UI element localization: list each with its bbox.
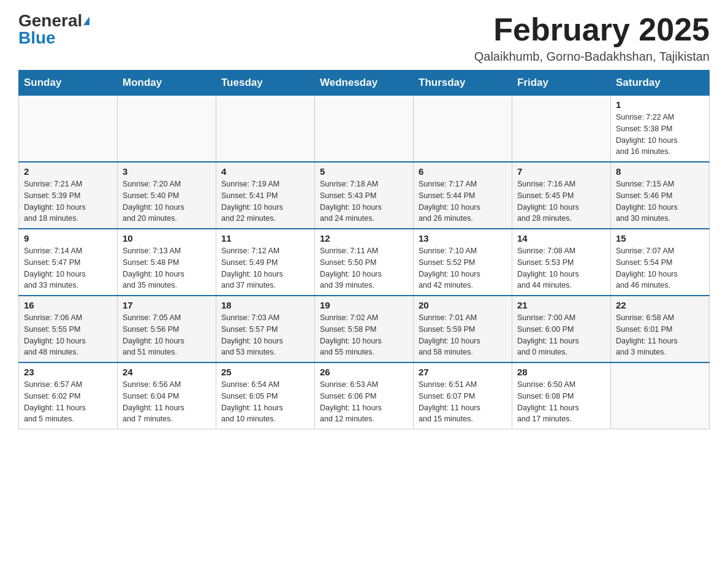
calendar-table: SundayMondayTuesdayWednesdayThursdayFrid… [18,70,710,429]
calendar-cell: 11Sunrise: 7:12 AM Sunset: 5:49 PM Dayli… [216,229,315,296]
calendar-cell: 23Sunrise: 6:57 AM Sunset: 6:02 PM Dayli… [19,362,118,429]
day-number: 7 [517,166,605,177]
calendar-cell: 15Sunrise: 7:07 AM Sunset: 5:54 PM Dayli… [611,229,710,296]
day-info: Sunrise: 7:07 AM Sunset: 5:54 PM Dayligh… [616,245,704,291]
logo-blue-text: Blue [18,28,56,47]
calendar-cell [118,96,216,163]
day-info: Sunrise: 7:22 AM Sunset: 5:38 PM Dayligh… [616,112,704,158]
day-number: 12 [320,233,408,243]
calendar-week-row: 1Sunrise: 7:22 AM Sunset: 5:38 PM Daylig… [19,96,710,163]
day-number: 17 [123,300,211,310]
day-number: 22 [616,300,704,310]
day-info: Sunrise: 7:20 AM Sunset: 5:40 PM Dayligh… [123,178,211,224]
calendar-cell: 1Sunrise: 7:22 AM Sunset: 5:38 PM Daylig… [611,96,710,163]
calendar-cell [512,96,611,163]
day-number: 21 [517,300,605,310]
day-info: Sunrise: 7:21 AM Sunset: 5:39 PM Dayligh… [24,178,112,224]
calendar-cell [19,96,118,163]
calendar-cell [315,96,414,163]
calendar-cell: 27Sunrise: 6:51 AM Sunset: 6:07 PM Dayli… [414,362,512,429]
calendar-cell: 25Sunrise: 6:54 AM Sunset: 6:05 PM Dayli… [216,362,315,429]
calendar-cell [414,96,512,163]
day-info: Sunrise: 7:14 AM Sunset: 5:47 PM Dayligh… [24,245,112,291]
day-info: Sunrise: 6:58 AM Sunset: 6:01 PM Dayligh… [616,312,704,358]
calendar-week-row: 9Sunrise: 7:14 AM Sunset: 5:47 PM Daylig… [19,229,710,296]
calendar-cell: 10Sunrise: 7:13 AM Sunset: 5:48 PM Dayli… [118,229,216,296]
calendar-cell: 22Sunrise: 6:58 AM Sunset: 6:01 PM Dayli… [611,296,710,362]
header-friday: Friday [512,71,611,96]
header-tuesday: Tuesday [216,71,315,96]
day-info: Sunrise: 7:10 AM Sunset: 5:52 PM Dayligh… [419,245,507,291]
calendar-cell: 24Sunrise: 6:56 AM Sunset: 6:04 PM Dayli… [118,362,216,429]
calendar-week-row: 2Sunrise: 7:21 AM Sunset: 5:39 PM Daylig… [19,162,710,229]
day-number: 25 [221,367,309,377]
day-number: 15 [616,233,704,243]
day-number: 13 [419,233,507,243]
header-sunday: Sunday [19,71,118,96]
day-number: 24 [123,367,211,377]
calendar-cell: 12Sunrise: 7:11 AM Sunset: 5:50 PM Dayli… [315,229,414,296]
calendar-cell: 2Sunrise: 7:21 AM Sunset: 5:39 PM Daylig… [19,162,118,229]
calendar-cell: 5Sunrise: 7:18 AM Sunset: 5:43 PM Daylig… [315,162,414,229]
calendar-cell: 17Sunrise: 7:05 AM Sunset: 5:56 PM Dayli… [118,296,216,362]
day-info: Sunrise: 6:53 AM Sunset: 6:06 PM Dayligh… [320,379,408,425]
day-number: 9 [24,233,112,243]
day-info: Sunrise: 7:16 AM Sunset: 5:45 PM Dayligh… [517,178,605,224]
day-info: Sunrise: 6:51 AM Sunset: 6:07 PM Dayligh… [419,379,507,425]
day-info: Sunrise: 7:12 AM Sunset: 5:49 PM Dayligh… [221,245,309,291]
day-info: Sunrise: 7:05 AM Sunset: 5:56 PM Dayligh… [123,312,211,358]
logo-general-text: General [18,12,82,29]
day-number: 23 [24,367,112,377]
day-number: 27 [419,367,507,377]
day-info: Sunrise: 7:06 AM Sunset: 5:55 PM Dayligh… [24,312,112,358]
title-area: February 2025 Qalaikhumb, Gorno-Badakhsh… [474,12,710,64]
page-header: General Blue February 2025 Qalaikhumb, G… [18,12,710,64]
day-info: Sunrise: 7:03 AM Sunset: 5:57 PM Dayligh… [221,312,309,358]
calendar-cell: 9Sunrise: 7:14 AM Sunset: 5:47 PM Daylig… [19,229,118,296]
day-number: 10 [123,233,211,243]
day-info: Sunrise: 7:13 AM Sunset: 5:48 PM Dayligh… [123,245,211,291]
calendar-header-row: SundayMondayTuesdayWednesdayThursdayFrid… [19,71,710,96]
header-saturday: Saturday [611,71,710,96]
calendar-cell: 20Sunrise: 7:01 AM Sunset: 5:59 PM Dayli… [414,296,512,362]
day-info: Sunrise: 7:19 AM Sunset: 5:41 PM Dayligh… [221,178,309,224]
header-thursday: Thursday [414,71,512,96]
month-title: February 2025 [474,12,710,47]
day-info: Sunrise: 7:08 AM Sunset: 5:53 PM Dayligh… [517,245,605,291]
day-number: 20 [419,300,507,310]
day-info: Sunrise: 6:57 AM Sunset: 6:02 PM Dayligh… [24,379,112,425]
day-info: Sunrise: 7:15 AM Sunset: 5:46 PM Dayligh… [616,178,704,224]
calendar-cell: 16Sunrise: 7:06 AM Sunset: 5:55 PM Dayli… [19,296,118,362]
day-number: 18 [221,300,309,310]
day-number: 3 [123,166,211,177]
calendar-week-row: 16Sunrise: 7:06 AM Sunset: 5:55 PM Dayli… [19,296,710,362]
day-number: 8 [616,166,704,177]
day-number: 1 [616,99,704,110]
calendar-cell: 18Sunrise: 7:03 AM Sunset: 5:57 PM Dayli… [216,296,315,362]
day-info: Sunrise: 7:18 AM Sunset: 5:43 PM Dayligh… [320,178,408,224]
day-info: Sunrise: 6:50 AM Sunset: 6:08 PM Dayligh… [517,379,605,425]
day-info: Sunrise: 6:54 AM Sunset: 6:05 PM Dayligh… [221,379,309,425]
location-title: Qalaikhumb, Gorno-Badakhshan, Tajikistan [474,50,710,64]
calendar-cell: 28Sunrise: 6:50 AM Sunset: 6:08 PM Dayli… [512,362,611,429]
day-info: Sunrise: 6:56 AM Sunset: 6:04 PM Dayligh… [123,379,211,425]
calendar-cell: 19Sunrise: 7:02 AM Sunset: 5:58 PM Dayli… [315,296,414,362]
header-wednesday: Wednesday [315,71,414,96]
day-number: 16 [24,300,112,310]
day-number: 14 [517,233,605,243]
day-number: 28 [517,367,605,377]
day-number: 26 [320,367,408,377]
day-number: 11 [221,233,309,243]
calendar-cell: 14Sunrise: 7:08 AM Sunset: 5:53 PM Dayli… [512,229,611,296]
day-number: 4 [221,166,309,177]
day-info: Sunrise: 7:00 AM Sunset: 6:00 PM Dayligh… [517,312,605,358]
day-info: Sunrise: 7:01 AM Sunset: 5:59 PM Dayligh… [419,312,507,358]
day-number: 6 [419,166,507,177]
header-monday: Monday [118,71,216,96]
calendar-cell: 4Sunrise: 7:19 AM Sunset: 5:41 PM Daylig… [216,162,315,229]
day-number: 5 [320,166,408,177]
calendar-cell: 8Sunrise: 7:15 AM Sunset: 5:46 PM Daylig… [611,162,710,229]
calendar-cell [216,96,315,163]
day-info: Sunrise: 7:02 AM Sunset: 5:58 PM Dayligh… [320,312,408,358]
logo: General Blue [18,12,89,47]
